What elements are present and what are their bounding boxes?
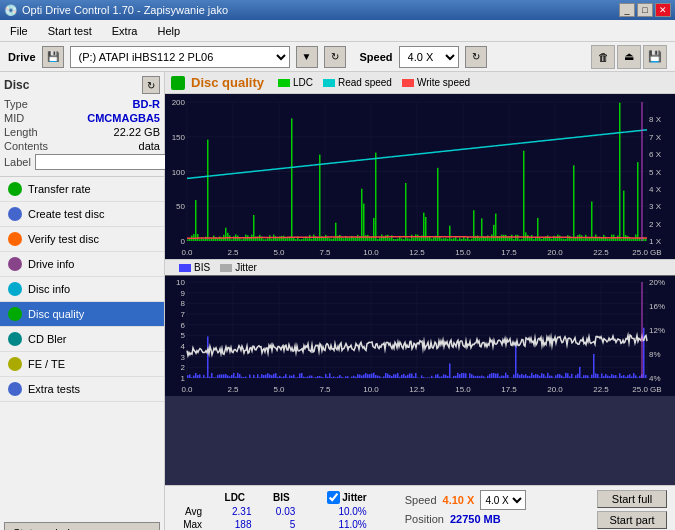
stats-avg-label: Avg — [173, 505, 210, 518]
legend-write-speed: Write speed — [402, 77, 470, 88]
drive-select[interactable]: (P:) ATAPI iHBS112 2 PL06 — [70, 46, 290, 68]
speed-stats-select[interactable]: 4.0 X — [480, 490, 526, 510]
sidebar-item-cd-bler[interactable]: CD Bler — [0, 327, 164, 352]
disc-contents-label: Contents — [4, 140, 48, 152]
sidebar-item-transfer-rate[interactable]: Transfer rate — [0, 177, 164, 202]
disc-section: Disc ↻ Type BD-R MID CMCMAGBA5 Length 22… — [0, 72, 164, 177]
start-full-button[interactable]: Start full — [597, 490, 667, 508]
title-text: Opti Drive Control 1.70 - Zapisywanie ja… — [22, 4, 228, 16]
stats-col-ldc: LDC — [210, 490, 259, 505]
erase-icon[interactable]: 🗑 — [591, 45, 615, 69]
legend-color-write-speed — [402, 79, 414, 87]
disc-label-input[interactable] — [35, 154, 168, 170]
drive-refresh-btn[interactable]: ↻ — [324, 46, 346, 68]
legend-color-jitter — [220, 264, 232, 272]
legend-label-read-speed: Read speed — [338, 77, 392, 88]
menu-bar: File Start test Extra Help — [0, 20, 675, 42]
stats-col-bis: BIS — [260, 490, 304, 505]
nav-dot-fe-te — [8, 357, 22, 371]
nav-label-cd-bler: CD Bler — [28, 333, 67, 345]
disc-contents-row: Contents data — [4, 140, 160, 152]
title-bar: 💿 Opti Drive Control 1.70 - Zapisywanie … — [0, 0, 675, 20]
disc-type-row: Type BD-R — [4, 98, 160, 110]
stats-max-jitter: 11.0% — [319, 518, 374, 530]
legend-color-ldc — [278, 79, 290, 87]
menu-extra[interactable]: Extra — [106, 23, 144, 39]
eject-icon[interactable]: ⏏ — [617, 45, 641, 69]
toolbar-icons: 🗑 ⏏ 💾 — [591, 45, 667, 69]
stats-table: LDC BIS Jitter Avg 2.31 0.03 — [173, 490, 375, 530]
disc-type-value: BD-R — [133, 98, 161, 110]
nav-label-create-test-disc: Create test disc — [28, 208, 104, 220]
sidebar: Disc ↻ Type BD-R MID CMCMAGBA5 Length 22… — [0, 72, 165, 530]
drive-bar: Drive 💾 (P:) ATAPI iHBS112 2 PL06 ▼ ↻ Sp… — [0, 42, 675, 72]
sidebar-item-verify-test-disc[interactable]: Verify test disc — [0, 227, 164, 252]
start-part-button[interactable]: Start part — [597, 511, 667, 529]
sidebar-item-disc-quality[interactable]: Disc quality — [0, 302, 164, 327]
speed-stats-value: 4.10 X — [443, 494, 475, 506]
stats-max-label: Max — [173, 518, 210, 530]
disc-length-value: 22.22 GB — [114, 126, 160, 138]
drive-icon-btn[interactable]: 💾 — [42, 46, 64, 68]
jitter-checkbox[interactable] — [327, 491, 340, 504]
close-button[interactable]: ✕ — [655, 3, 671, 17]
stats-avg-jitter: 10.0% — [319, 505, 374, 518]
speed-select-main[interactable]: 4.0 X — [399, 46, 459, 68]
drive-arrow-btn[interactable]: ▼ — [296, 46, 318, 68]
legend-ldc: LDC — [278, 77, 313, 88]
chart2-canvas — [165, 276, 675, 396]
speed-refresh-btn[interactable]: ↻ — [465, 46, 487, 68]
disc-quality-header: Disc quality LDC Read speed Write speed — [165, 72, 675, 94]
chart1-canvas — [165, 94, 675, 259]
nav-dot-cd-bler — [8, 332, 22, 346]
window-controls: _ □ ✕ — [619, 3, 671, 17]
menu-file[interactable]: File — [4, 23, 34, 39]
sidebar-item-create-test-disc[interactable]: Create test disc — [0, 202, 164, 227]
disc-mid-row: MID CMCMAGBA5 — [4, 112, 160, 124]
nav-label-disc-quality: Disc quality — [28, 308, 84, 320]
drive-label: Drive — [8, 51, 36, 63]
legend-label-bis: BIS — [194, 262, 210, 273]
legend-bis: BIS — [179, 262, 210, 273]
stats-avg-ldc: 2.31 — [210, 505, 259, 518]
disc-section-title: Disc — [4, 78, 29, 92]
nav-dot-verify-test-disc — [8, 232, 22, 246]
stats-row-avg: Avg 2.31 0.03 10.0% — [173, 505, 375, 518]
disc-refresh-btn[interactable]: ↻ — [142, 76, 160, 94]
menu-help[interactable]: Help — [151, 23, 186, 39]
sidebar-item-fe-te[interactable]: FE / TE — [0, 352, 164, 377]
main-layout: Disc ↻ Type BD-R MID CMCMAGBA5 Length 22… — [0, 72, 675, 530]
disc-contents-value: data — [139, 140, 160, 152]
legend-label-ldc: LDC — [293, 77, 313, 88]
save-icon[interactable]: 💾 — [643, 45, 667, 69]
nav-label-drive-info: Drive info — [28, 258, 74, 270]
content-area: Disc quality LDC Read speed Write speed — [165, 72, 675, 530]
legend-color-read-speed — [323, 79, 335, 87]
disc-type-label: Type — [4, 98, 28, 110]
status-window-section: Status window >> — [4, 522, 160, 530]
maximize-button[interactable]: □ — [637, 3, 653, 17]
disc-label-label: Label — [4, 156, 31, 168]
minimize-button[interactable]: _ — [619, 3, 635, 17]
stats-row-max: Max 188 5 11.0% — [173, 518, 375, 530]
nav-dot-disc-info — [8, 282, 22, 296]
nav-dot-disc-quality — [8, 307, 22, 321]
disc-mid-label: MID — [4, 112, 24, 124]
status-window-button[interactable]: Status window >> — [4, 522, 160, 530]
stats-bar: LDC BIS Jitter Avg 2.31 0.03 — [165, 485, 675, 530]
legend-label-write-speed: Write speed — [417, 77, 470, 88]
sidebar-item-extra-tests[interactable]: Extra tests — [0, 377, 164, 402]
legend-label-jitter: Jitter — [235, 262, 257, 273]
sidebar-item-disc-info[interactable]: Disc info — [0, 277, 164, 302]
stats-avg-bis: 0.03 — [260, 505, 304, 518]
app-icon: 💿 — [4, 4, 18, 17]
sidebar-item-drive-info[interactable]: Drive info — [0, 252, 164, 277]
stats-max-bis: 5 — [260, 518, 304, 530]
disc-quality-title: Disc quality — [191, 75, 264, 90]
position-value: 22750 MB — [450, 513, 501, 525]
nav-dot-drive-info — [8, 257, 22, 271]
nav-label-fe-te: FE / TE — [28, 358, 65, 370]
menu-start-test[interactable]: Start test — [42, 23, 98, 39]
disc-length-row: Length 22.22 GB — [4, 126, 160, 138]
nav-label-verify-test-disc: Verify test disc — [28, 233, 99, 245]
